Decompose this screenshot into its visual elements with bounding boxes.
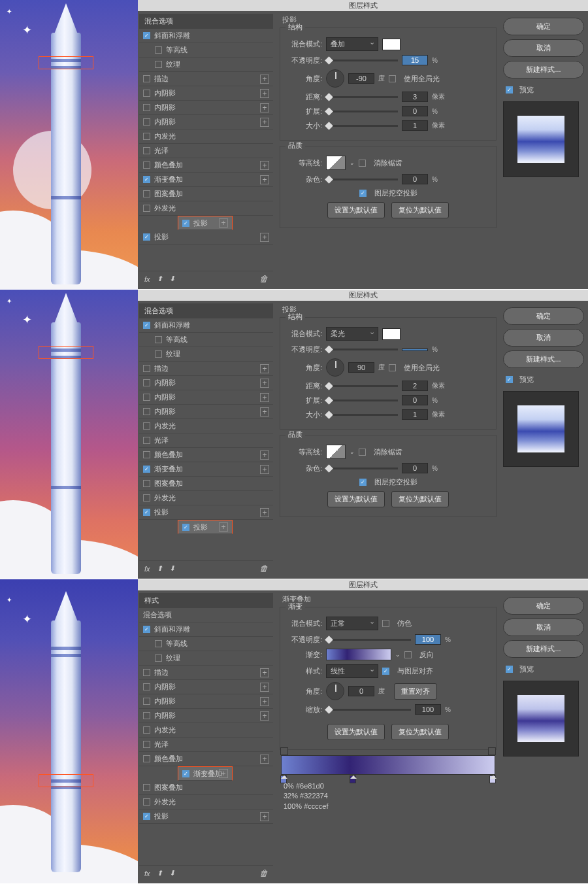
fx-innershadow[interactable]: 内阴影+ bbox=[139, 86, 273, 101]
fx-gradientoverlay[interactable]: 渐变叠加+ bbox=[139, 173, 273, 187]
effects-list: 混合选项 斜面和浮雕 等高线 纹理 描边+ 内阴影+ 内阴影+ 内阴影+ 内发光… bbox=[139, 14, 273, 286]
dither-checkbox[interactable] bbox=[382, 620, 389, 627]
opacity-stop[interactable] bbox=[488, 747, 496, 755]
contour-picker[interactable] bbox=[326, 156, 346, 170]
color-stop[interactable] bbox=[489, 775, 496, 783]
fx-bevel[interactable]: 斜面和浮雕 bbox=[139, 29, 273, 43]
canvas-preview: ✦✦ bbox=[0, 0, 138, 289]
canvas-preview: ✦✦ bbox=[0, 290, 138, 579]
gradient-picker[interactable] bbox=[326, 649, 391, 660]
spread-input[interactable]: 0 bbox=[402, 106, 428, 116]
preview-checkbox[interactable] bbox=[506, 86, 513, 94]
angle-input[interactable]: -90 bbox=[348, 73, 374, 84]
canvas-preview: ✦✦ bbox=[0, 579, 138, 883]
size-input[interactable]: 1 bbox=[402, 120, 428, 131]
global-light-checkbox[interactable] bbox=[389, 75, 396, 82]
fx-icon[interactable]: fx bbox=[144, 275, 150, 283]
fx-dropshadow-2[interactable]: 投影+ bbox=[139, 230, 273, 245]
grad-style-dropdown[interactable]: 线性 bbox=[326, 664, 378, 678]
distance-slider[interactable] bbox=[326, 96, 398, 98]
fx-innerglow[interactable]: 内发光 bbox=[139, 129, 273, 144]
align-layer-checkbox[interactable] bbox=[382, 668, 389, 675]
blend-mode-dropdown[interactable]: 正常 bbox=[326, 617, 378, 630]
noise-slider[interactable] bbox=[326, 178, 398, 180]
ok-button[interactable]: 确定 bbox=[503, 18, 584, 35]
reset-default-button[interactable]: 复位为默认值 bbox=[391, 202, 449, 218]
size-slider[interactable] bbox=[326, 125, 398, 127]
opacity-stop[interactable] bbox=[280, 747, 288, 755]
gradient-editor[interactable] bbox=[281, 755, 495, 775]
fx-coloroverlay[interactable]: 颜色叠加+ bbox=[139, 158, 273, 173]
down-icon[interactable]: ⬇ bbox=[169, 275, 175, 283]
fx-texture[interactable]: 纹理 bbox=[139, 58, 273, 72]
dialog-title: 图层样式 bbox=[138, 0, 588, 11]
color-stop[interactable] bbox=[350, 775, 356, 783]
noise-input[interactable]: 0 bbox=[402, 174, 428, 184]
realign-button[interactable]: 重置对齐 bbox=[394, 683, 437, 700]
set-default-button[interactable]: 设置为默认值 bbox=[327, 202, 385, 218]
distance-input[interactable]: 3 bbox=[402, 92, 428, 102]
opacity-input[interactable]: 15 bbox=[402, 55, 428, 65]
angle-dial[interactable] bbox=[326, 69, 344, 88]
dialog-title: 图层样式 bbox=[138, 290, 588, 301]
cancel-button[interactable]: 取消 bbox=[503, 39, 584, 57]
new-style-button[interactable]: 新建样式... bbox=[503, 61, 584, 78]
color-stop[interactable] bbox=[280, 775, 287, 783]
trash-icon[interactable]: 🗑 bbox=[259, 274, 268, 284]
selection-marquee bbox=[39, 56, 93, 69]
fx-satin[interactable]: 光泽 bbox=[139, 144, 273, 158]
fx-outerglow[interactable]: 外发光 bbox=[139, 201, 273, 216]
antialias-checkbox[interactable] bbox=[359, 160, 366, 167]
blending-options[interactable]: 混合选项 bbox=[139, 14, 273, 29]
spread-slider[interactable] bbox=[326, 110, 398, 112]
color-swatch[interactable] bbox=[382, 39, 400, 50]
blend-mode-dropdown[interactable]: 柔光 bbox=[326, 327, 378, 341]
fx-stroke[interactable]: 描边+ bbox=[139, 72, 273, 86]
knockout-checkbox[interactable] bbox=[359, 190, 367, 197]
opacity-slider[interactable] bbox=[326, 60, 398, 61]
fx-innershadow-3[interactable]: 内阴影+ bbox=[139, 115, 273, 129]
selection-marquee bbox=[39, 774, 93, 787]
up-icon[interactable]: ⬆ bbox=[157, 275, 163, 283]
fx-contour[interactable]: 等高线 bbox=[139, 43, 273, 58]
annotation-text: 0% #6e81d032% #322374100% #ccccef bbox=[277, 779, 499, 814]
add-icon[interactable]: + bbox=[260, 75, 269, 84]
section-title: 投影 bbox=[277, 14, 499, 26]
fx-dropshadow[interactable]: 投影+ bbox=[178, 216, 233, 230]
selection-marquee bbox=[39, 346, 93, 359]
fx-innershadow-2[interactable]: 内阴影+ bbox=[139, 101, 273, 115]
preview-box bbox=[503, 101, 579, 177]
fx-patternoverlay[interactable]: 图案叠加 bbox=[139, 187, 273, 201]
reverse-checkbox[interactable] bbox=[404, 651, 412, 658]
blend-mode-dropdown[interactable]: 叠加 bbox=[326, 37, 378, 51]
